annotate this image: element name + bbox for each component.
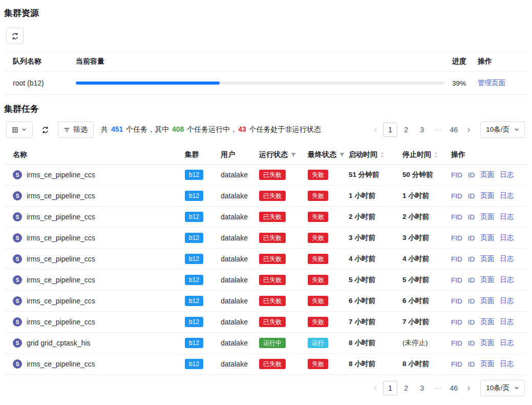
column-header-capacity: 当前容量 [76,57,452,66]
action-link-id[interactable]: ID [468,276,475,284]
summary-text: 个任务，其中 [124,125,171,133]
column-header-label: 最终状态 [308,150,336,159]
action-link-id[interactable]: ID [468,297,475,305]
action-link-fid[interactable]: FID [451,213,462,221]
action-link-id[interactable]: ID [468,255,475,263]
run-status-badge: 已失败 [259,191,286,201]
action-link-fid[interactable]: FID [451,276,462,284]
action-link-fid[interactable]: FID [451,297,462,305]
page-button-3[interactable]: 3 [415,123,429,137]
action-link-log[interactable]: 日志 [500,275,514,285]
action-link-log[interactable]: 日志 [500,296,514,306]
bottom-pagination-bar: 123···46 10条/页 [4,380,528,396]
task-name-cell: S grid grid_cptask_his [13,338,185,348]
column-header-stop-time[interactable]: 停止时间 [402,150,451,159]
non-running-count: 43 [238,125,246,133]
action-link-fid[interactable]: FID [451,255,462,263]
action-link-log[interactable]: 日志 [500,359,514,369]
refresh-icon [11,32,19,40]
action-link-log[interactable]: 日志 [500,191,514,200]
chevron-left-icon [373,127,378,133]
grid-icon [12,127,18,133]
total-count: 451 [111,125,123,133]
sort-icon[interactable] [434,151,438,158]
action-link-log[interactable]: 日志 [500,317,514,327]
action-link-page[interactable]: 页面 [480,359,494,369]
cluster-badge: b12 [185,338,203,348]
page-size-select[interactable]: 10条/页 [480,380,525,396]
page-button-46[interactable]: 46 [446,123,461,137]
task-table-body: S irms_ce_pipeline_ccs b12 datalake 已失败 … [4,165,528,375]
pager-pages: 123···46 [383,381,461,395]
action-link-page[interactable]: 页面 [480,170,494,179]
action-link-id[interactable]: ID [468,318,475,326]
column-header-action: 操作 [478,57,525,66]
action-link-fid[interactable]: FID [451,192,462,200]
page-button-1[interactable]: 1 [383,381,397,395]
tasks-refresh-button[interactable] [40,121,51,138]
column-layout-button[interactable] [6,121,33,138]
action-link-fid[interactable]: FID [451,171,462,179]
action-link-log[interactable]: 日志 [500,170,514,179]
final-status-badge: 失败 [308,359,328,369]
prev-page-button[interactable] [369,123,381,137]
action-link-id[interactable]: ID [468,234,475,242]
action-link-page[interactable]: 页面 [480,275,494,285]
action-link-id[interactable]: ID [468,360,475,368]
column-header-user: 用户 [221,150,259,159]
action-link-id[interactable]: ID [468,192,475,200]
final-status-cell: 失败 [308,233,349,243]
page-button-2[interactable]: 2 [399,381,413,395]
action-link-log[interactable]: 日志 [500,254,514,264]
table-row: S irms_ce_pipeline_ccs b12 datalake 已失败 … [4,270,528,291]
column-header-start-time[interactable]: 启动时间 [349,150,402,159]
task-name-cell: S irms_ce_pipeline_ccs [13,191,185,200]
action-link-id[interactable]: ID [468,339,475,347]
start-time: 7 小时前 [349,317,402,327]
action-link-page[interactable]: 页面 [480,191,494,200]
page-button-2[interactable]: 2 [399,123,413,137]
action-link-log[interactable]: 日志 [500,233,514,242]
page-size-select[interactable]: 10条/页 [480,121,525,138]
action-link-page[interactable]: 页面 [480,338,494,348]
start-time: 3 小时前 [349,233,402,242]
resources-refresh-button[interactable] [6,28,24,44]
action-link-fid[interactable]: FID [451,360,462,368]
action-link-page[interactable]: 页面 [480,296,494,306]
page-button-1[interactable]: 1 [383,123,397,137]
next-page-button[interactable] [462,381,475,395]
page-button-46[interactable]: 46 [446,381,461,395]
task-name-cell: S irms_ce_pipeline_ccs [13,296,185,306]
queue-progress-value: 39% [452,79,478,87]
action-link-log[interactable]: 日志 [500,338,514,348]
run-status-cell: 已失败 [259,359,308,369]
column-header-name: 名称 [13,150,185,159]
stop-time: 8 小时前 [402,359,451,369]
action-link-fid[interactable]: FID [451,318,462,326]
sort-icon[interactable] [380,151,385,158]
action-link-page[interactable]: 页面 [480,212,494,221]
filter-icon[interactable] [290,152,296,158]
action-link-page[interactable]: 页面 [480,317,494,327]
action-link-page[interactable]: 页面 [480,233,494,242]
run-status-badge: 运行中 [259,338,286,348]
column-header-run-status: 运行状态 [259,150,308,159]
action-link-log[interactable]: 日志 [500,212,514,221]
filter-button[interactable]: 筛选 [58,121,94,138]
stop-time: 3 小时前 [402,233,451,242]
page-button-3[interactable]: 3 [415,381,429,395]
action-link-id[interactable]: ID [468,171,475,179]
manage-page-link[interactable]: 管理页面 [478,79,505,87]
action-link-fid[interactable]: FID [451,339,462,347]
action-link-page[interactable]: 页面 [480,254,494,264]
action-link-fid[interactable]: FID [451,234,462,242]
filter-icon[interactable] [339,152,345,158]
prev-page-button[interactable] [369,381,381,395]
final-status-badge: 运行 [308,338,328,348]
task-name: irms_ce_pipeline_ccs [27,276,95,284]
queue-progress-fill [76,82,220,85]
next-page-button[interactable] [462,123,475,137]
refresh-icon [41,126,49,134]
stop-time: 4 小时前 [402,254,451,264]
action-link-id[interactable]: ID [468,213,475,221]
